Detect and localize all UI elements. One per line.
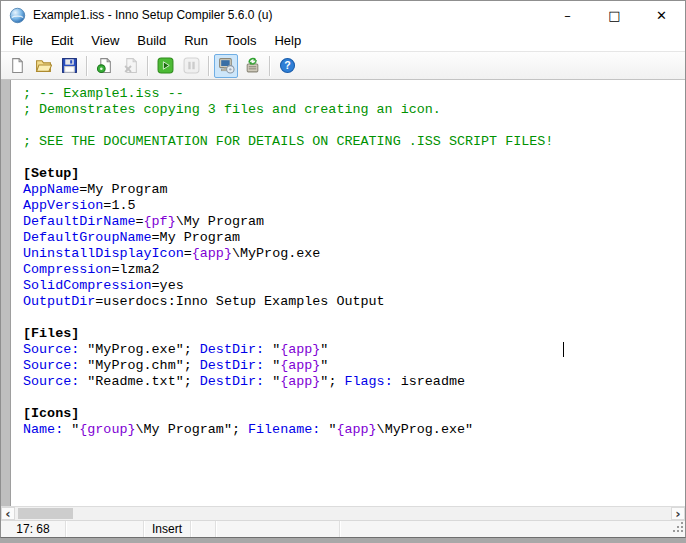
code-line-5[interactable] (23, 150, 685, 166)
code-line-16[interactable]: [Files] (23, 326, 685, 342)
code-line-14[interactable]: OutputDir=userdocs:Inno Setup Examples O… (23, 294, 685, 310)
close-button[interactable]: ✕ (638, 1, 685, 29)
toolbar-separator (269, 56, 270, 76)
code-token: =userdocs:Inno Setup Examples Output (95, 294, 384, 309)
code-token: =My Program (79, 182, 167, 197)
statusbar: 17: 68Insert (1, 520, 685, 537)
target-setup-icon (218, 57, 235, 74)
resize-grip[interactable] (673, 521, 683, 535)
minimize-button[interactable]: – (544, 1, 591, 29)
code-token: isreadme (393, 374, 465, 389)
new-script-button[interactable] (5, 54, 29, 78)
menu-item-file[interactable]: File (3, 31, 42, 50)
code-token: DefaultDirName (23, 214, 136, 229)
open-script-button[interactable] (31, 54, 55, 78)
help-button[interactable]: ? (275, 54, 299, 78)
code-line-17[interactable]: Source: "MyProg.exe"; DestDir: "{app}" (23, 342, 685, 358)
code-line-11[interactable]: UninstallDisplayIcon={app}\MyProg.exe (23, 246, 685, 262)
code-line-13[interactable]: SolidCompression=yes (23, 278, 685, 294)
code-line-7[interactable]: AppName=My Program (23, 182, 685, 198)
code-token: = (184, 246, 192, 261)
code-token: DestDir: (200, 374, 264, 389)
code-token: DestDir: (200, 342, 264, 357)
svg-text:?: ? (284, 59, 290, 71)
scrollbar-track[interactable] (15, 507, 671, 520)
run-button[interactable] (153, 54, 177, 78)
menu-item-run[interactable]: Run (175, 31, 217, 50)
code-token: "; (320, 374, 344, 389)
toolbar-separator (86, 56, 87, 76)
code-token: ; SEE THE DOCUMENTATION FOR DETAILS ON C… (23, 134, 553, 149)
menu-item-build[interactable]: Build (128, 31, 175, 50)
code-line-3[interactable] (23, 118, 685, 134)
code-token: OutputDir (23, 294, 95, 309)
code-token: [Files] (23, 326, 79, 341)
target-uninstall-button[interactable] (240, 54, 264, 78)
horizontal-scrollbar[interactable]: ‹ › (1, 506, 685, 520)
code-line-8[interactable]: AppVersion=1.5 (23, 198, 685, 214)
menu-item-view[interactable]: View (82, 31, 128, 50)
code-token: DestDir: (200, 358, 264, 373)
code-area[interactable]: ; -- Example1.iss --; Demonstrates copyi… (11, 80, 685, 506)
code-line-6[interactable]: [Setup] (23, 166, 685, 182)
code-token: DefaultGroupName (23, 230, 152, 245)
stop-compile-button (118, 54, 142, 78)
code-token: ; Demonstrates copying 3 files and creat… (23, 102, 441, 117)
toolbar-separator (147, 56, 148, 76)
code-line-4[interactable]: ; SEE THE DOCUMENTATION FOR DETAILS ON C… (23, 134, 685, 150)
pause-icon (183, 57, 200, 74)
code-line-21[interactable]: [Icons] (23, 406, 685, 422)
code-line-20[interactable] (23, 390, 685, 406)
target-setup-button[interactable] (214, 54, 238, 78)
run-play-icon (157, 57, 174, 74)
code-line-18[interactable]: Source: "MyProg.chm"; DestDir: "{app}" (23, 358, 685, 374)
code-line-22[interactable]: Name: "{group}\My Program"; Filename: "{… (23, 422, 685, 438)
code-token: " (264, 358, 280, 373)
code-token: ; -- Example1.iss -- (23, 86, 184, 101)
scrollbar-thumb[interactable] (18, 508, 73, 519)
target-uninstall-icon (244, 57, 261, 74)
code-token: Filename: (248, 422, 320, 437)
code-token: [Icons] (23, 406, 79, 421)
app-window: Example1.iss - Inno Setup Compiler 5.6.0… (0, 0, 686, 538)
code-token: {app} (336, 422, 376, 437)
code-token: AppVersion (23, 198, 103, 213)
window-controls: – □ ✕ (544, 1, 685, 29)
titlebar[interactable]: Example1.iss - Inno Setup Compiler 5.6.0… (1, 1, 685, 29)
code-token: {app} (280, 358, 320, 373)
code-line-1[interactable]: ; -- Example1.iss -- (23, 86, 685, 102)
compile-button[interactable] (92, 54, 116, 78)
editor-gutter (1, 80, 11, 506)
code-line-2[interactable]: ; Demonstrates copying 3 files and creat… (23, 102, 685, 118)
menu-item-tools[interactable]: Tools (217, 31, 265, 50)
menu-item-edit[interactable]: Edit (42, 31, 82, 50)
code-token: UninstallDisplayIcon (23, 246, 184, 261)
status-message-panel (340, 521, 685, 537)
save-script-button[interactable] (57, 54, 81, 78)
code-token: "Readme.txt"; (79, 374, 200, 389)
code-token: Source: (23, 374, 79, 389)
menu-item-help[interactable]: Help (265, 31, 310, 50)
code-token: =lzma2 (111, 262, 159, 277)
open-folder-icon (35, 57, 52, 74)
script-editor[interactable]: ; -- Example1.iss --; Demonstrates copyi… (1, 80, 685, 506)
code-token: =1.5 (103, 198, 135, 213)
code-token: " (264, 374, 280, 389)
code-token: Compression (23, 262, 111, 277)
maximize-button[interactable]: □ (591, 1, 638, 29)
modified-indicator-panel (66, 521, 144, 537)
code-line-15[interactable] (23, 310, 685, 326)
scroll-left-button[interactable]: ‹ (1, 507, 15, 520)
toolbar: ? (1, 51, 685, 80)
code-token: Source: (23, 358, 79, 373)
code-line-9[interactable]: DefaultDirName={pf}\My Program (23, 214, 685, 230)
code-line-12[interactable]: Compression=lzma2 (23, 262, 685, 278)
scroll-right-button[interactable]: › (671, 507, 685, 520)
inno-setup-app-icon[interactable] (9, 7, 26, 24)
pause-button (179, 54, 203, 78)
code-token: {app} (280, 342, 320, 357)
code-token: " (320, 342, 328, 357)
code-line-19[interactable]: Source: "Readme.txt"; DestDir: "{app}"; … (23, 374, 685, 390)
code-line-10[interactable]: DefaultGroupName=My Program (23, 230, 685, 246)
status-spacer-panel-1 (191, 521, 216, 537)
